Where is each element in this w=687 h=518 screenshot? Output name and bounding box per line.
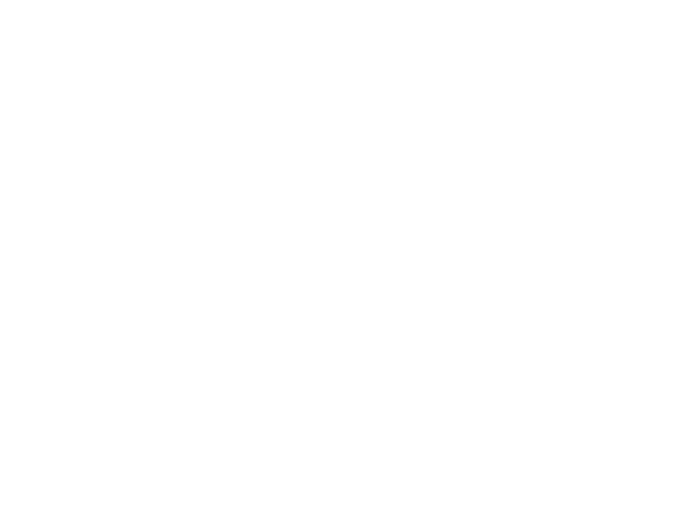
word-cloud	[0, 0, 687, 518]
